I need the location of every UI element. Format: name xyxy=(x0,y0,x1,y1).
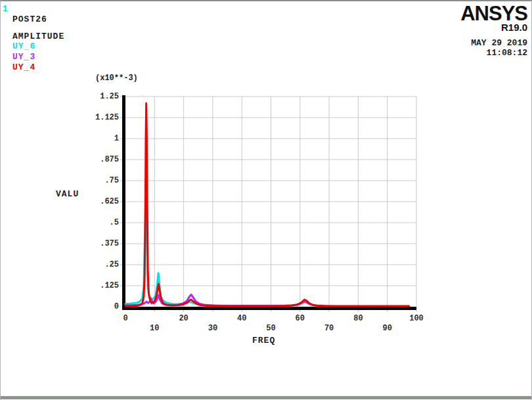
y-tick-label: .75 xyxy=(66,176,119,185)
y-tick-label: 1.25 xyxy=(66,92,119,101)
x-tick-label: 60 xyxy=(284,314,317,323)
y-tick-label: .875 xyxy=(66,155,119,164)
y-tick-label: .25 xyxy=(66,260,119,269)
x-tick-label: 50 xyxy=(255,324,288,333)
x-tick-label: 90 xyxy=(371,324,404,333)
x-tick-label: 10 xyxy=(138,324,171,333)
x-tick-label: 100 xyxy=(400,314,433,323)
y-tick-label: .125 xyxy=(66,281,119,290)
y-tick-label: .625 xyxy=(66,197,119,206)
x-tick-label: 0 xyxy=(109,314,142,323)
x-tick-label: 70 xyxy=(313,324,345,333)
y-tick-label: 1 xyxy=(66,134,119,143)
x-tick-label: 20 xyxy=(167,314,200,323)
y-tick-label: 1.125 xyxy=(66,113,119,122)
y-tick-label: .375 xyxy=(66,239,119,248)
series-UY_4 xyxy=(125,103,409,306)
y-tick-label: 0 xyxy=(66,302,119,311)
y-tick-label: .5 xyxy=(66,218,119,227)
x-axis-title: FREQ xyxy=(252,336,275,345)
x-tick-label: 30 xyxy=(196,324,229,333)
x-tick-label: 80 xyxy=(342,314,374,323)
x-tick-label: 40 xyxy=(225,314,258,323)
y-axis xyxy=(122,95,125,310)
graphics-window: 1 POST26 AMPLITUDE UY_6 UY_3 UY_4 ANSYS … xyxy=(0,0,532,400)
x-axis xyxy=(122,307,416,310)
bottom-separator-bar xyxy=(1,396,531,399)
y-scale-note: (x10**-3) xyxy=(95,74,138,83)
